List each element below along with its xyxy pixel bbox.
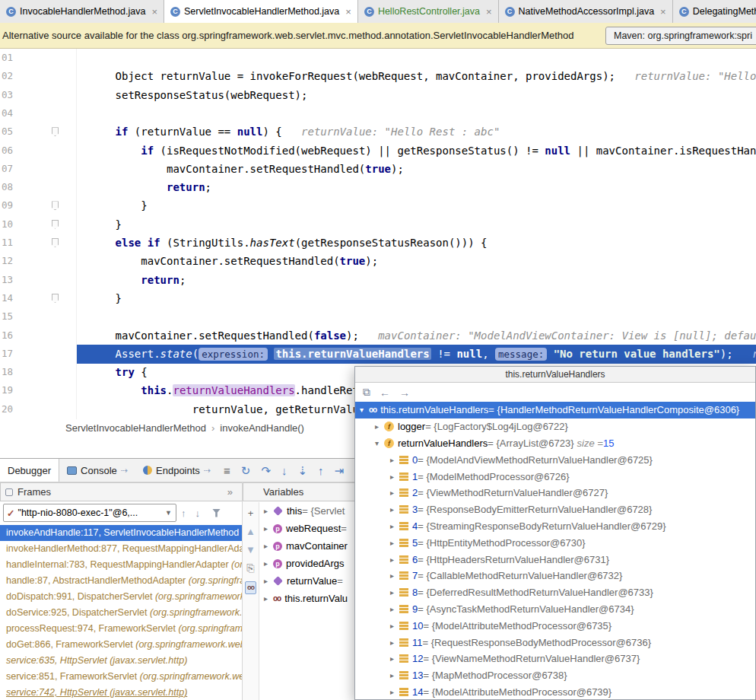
stack-frame-row[interactable]: handleInternal:783, RequestMappingHandle… (0, 557, 243, 573)
chevron-right-icon[interactable]: ▸ (264, 594, 273, 603)
editor-tab[interactable]: CServletInvocableHandlerMethod.java× (164, 0, 358, 23)
chevron-right-icon[interactable]: ▸ (390, 522, 399, 530)
previous-frame-icon[interactable]: ↑ (181, 508, 186, 519)
code-text[interactable]: else if (StringUtils.hasText(getResponse… (77, 234, 756, 253)
add-watch-icon[interactable]: + (248, 508, 254, 518)
chevron-right-icon[interactable]: ▸ (390, 539, 399, 547)
chevron-right-icon[interactable]: ▸ (264, 577, 273, 585)
code-text[interactable]: } (77, 196, 756, 215)
chevron-right-icon[interactable]: ▸ (390, 571, 399, 580)
popup-tree-row[interactable]: ▸14 = {ModelAttributeMethodProcessor@673… (355, 684, 755, 699)
chevron-right-icon[interactable]: ▸ (264, 524, 273, 533)
popup-tree-row[interactable]: ▸12 = {ViewNameMethodReturnValueHandler@… (355, 651, 755, 667)
code-text[interactable]: mavContainer.setRequestHandled(true); (77, 252, 756, 271)
popup-tree-row[interactable]: ▸2 = {ViewMethodReturnValueHandler@6727} (355, 485, 755, 501)
step-out-icon[interactable]: ↑ (318, 465, 324, 476)
stack-frame-row[interactable]: doService:925, DispatcherServlet (org.sp… (0, 605, 243, 621)
code-text[interactable]: return; (77, 178, 756, 197)
chevron-right-icon[interactable]: ▸ (390, 456, 399, 464)
chevron-down-icon[interactable]: ▾ (360, 406, 369, 414)
code-text[interactable]: Object returnValue = invokeForRequest(we… (77, 67, 756, 86)
show-watches-icon[interactable]: oo (245, 581, 256, 594)
move-watch-up-icon[interactable]: ▲ (246, 527, 256, 536)
chevron-right-icon[interactable]: ▸ (264, 559, 273, 568)
next-frame-icon[interactable]: ↓ (195, 508, 201, 519)
editor-tab[interactable]: CDelegatingMethodAccessorImpl.java× (673, 0, 756, 23)
chevron-right-icon[interactable]: ▸ (390, 654, 399, 663)
breadcrumb-method[interactable]: invokeAndHandle() (220, 422, 304, 434)
tab-close-icon[interactable]: × (486, 6, 492, 18)
tab-close-icon[interactable]: × (151, 6, 157, 18)
popup-tree-row[interactable]: ▸5 = {HttpEntityMethodProcessor@6730} (355, 534, 755, 551)
chevron-right-icon[interactable]: ▸ (264, 507, 273, 515)
popup-tree-row[interactable]: ▸13 = {MapMethodProcessor@6738} (355, 667, 755, 684)
chevron-right-icon[interactable]: ▸ (390, 505, 399, 514)
chevron-right-icon[interactable]: ▸ (390, 638, 399, 647)
code-text[interactable] (77, 307, 756, 326)
chevron-right-icon[interactable]: ▸ (390, 622, 399, 630)
code-text[interactable]: if (isRequestNotModified(webRequest) || … (77, 142, 756, 161)
chevron-right-icon[interactable]: ▸ (390, 473, 399, 481)
rerun-icon[interactable]: ↻ (241, 465, 251, 476)
popup-tree-row[interactable]: ▸8 = {DeferredResultMethodReturnValueHan… (355, 584, 755, 601)
popup-tree-row[interactable]: ▸3 = {ResponseBodyEmitterReturnValueHand… (355, 501, 755, 518)
chevron-right-icon[interactable]: ▸ (390, 488, 399, 497)
move-watch-down-icon[interactable]: ▼ (246, 545, 256, 555)
copy-watch-icon[interactable]: ⎘ (246, 563, 254, 573)
debug-tab-endpoints[interactable]: Endpoints⇢ (135, 459, 218, 482)
bookmark-icon[interactable] (52, 220, 59, 229)
stack-frame-row[interactable]: service:635, HttpServlet (javax.servlet.… (0, 653, 243, 669)
stack-frame-row[interactable]: service:742, HttpServlet (javax.servlet.… (0, 685, 243, 700)
code-text[interactable] (77, 49, 756, 68)
debug-tab-console[interactable]: Console⇢ (59, 459, 135, 482)
layout-settings-icon[interactable]: ≡ (224, 465, 230, 476)
stack-frame-row[interactable]: service:851, FrameworkServlet (org.sprin… (0, 669, 243, 685)
popup-tree-row[interactable]: ▾oothis.returnValueHandlers = {HandlerMe… (355, 402, 755, 418)
code-text[interactable]: if (returnValue == null) { returnValue: … (77, 123, 756, 142)
popup-tree-row[interactable]: ▾freturnValueHandlers = {ArrayList@6723}… (355, 435, 755, 452)
code-text[interactable]: } (77, 215, 756, 234)
code-text[interactable]: return; (77, 271, 756, 290)
code-text[interactable]: mavContainer.setRequestHandled(true); (77, 160, 756, 179)
run-to-cursor-icon[interactable]: ⇥ (335, 465, 345, 476)
bookmark-icon[interactable] (52, 238, 59, 247)
chevron-right-icon[interactable]: ▸ (390, 588, 399, 597)
popup-tree-row[interactable]: ▸4 = {StreamingResponseBodyReturnValueHa… (355, 518, 755, 535)
code-text[interactable]: Assert.state(expression: this.returnValu… (77, 345, 756, 364)
tab-close-icon[interactable]: × (660, 6, 666, 18)
chevron-right-icon[interactable]: ▸ (390, 555, 399, 564)
popup-tree-row[interactable]: ▸9 = {AsyncTaskMethodReturnValueHandler@… (355, 601, 755, 618)
stack-frame-row[interactable]: handle:87, AbstractHandlerMethodAdapter … (0, 573, 243, 589)
chevron-down-icon[interactable]: ▾ (375, 439, 384, 447)
popup-tree-row[interactable]: ▸0 = {ModelAndViewMethodReturnValueHandl… (355, 451, 755, 468)
stack-frame-row[interactable]: invokeHandlerMethod:877, RequestMappingH… (0, 541, 243, 557)
editor-tab[interactable]: CNativeMethodAccessorImpl.java× (499, 0, 673, 23)
chevron-right-icon[interactable]: ▸ (390, 688, 399, 696)
code-text[interactable] (77, 104, 756, 123)
step-over-icon[interactable]: ↷ (261, 465, 271, 476)
bookmark-icon[interactable] (52, 201, 59, 210)
popup-tree-row[interactable]: ▸10 = {ModelAttributeMethodProcessor@673… (355, 617, 755, 634)
code-text[interactable]: mavContainer.setRequestHandled(false); m… (77, 326, 756, 345)
debug-tab-debugger[interactable]: Debugger (0, 459, 59, 482)
step-into-icon[interactable]: ↓ (281, 465, 287, 476)
bookmark-icon[interactable] (52, 294, 59, 303)
chevron-right-icon[interactable]: ▸ (390, 605, 399, 613)
popup-tree-row[interactable]: ▸flogger = {LogFactory$Log4jLog@6722} (355, 418, 755, 435)
breadcrumb-class[interactable]: ServletInvocableHandlerMethod (65, 422, 206, 434)
code-text[interactable]: } (77, 289, 756, 308)
chevron-right-icon[interactable]: ▸ (375, 422, 384, 431)
frames-more-icon[interactable]: » (227, 486, 233, 498)
tab-close-icon[interactable]: × (345, 6, 351, 18)
filter-frames-icon[interactable] (212, 509, 221, 517)
stack-frame-row[interactable]: doDispatch:991, DispatcherServlet (org.s… (0, 589, 243, 605)
stack-frame-row[interactable]: doGet:866, FrameworkServlet (org.springf… (0, 637, 243, 653)
popup-tree-row[interactable]: ▸11 = {RequestResponseBodyMethodProcesso… (355, 634, 755, 651)
popup-tree-row[interactable]: ▸1 = {ModelMethodProcessor@6726} (355, 468, 755, 485)
stack-frame-row[interactable]: invokeAndHandle:117, ServletInvocableHan… (0, 525, 243, 541)
editor-tab[interactable]: CHelloRestController.java× (358, 0, 499, 23)
thread-dropdown[interactable]: ✓ "http-nio-8080-exec-1"@6,... ▼ (3, 504, 176, 522)
chevron-right-icon[interactable]: ▸ (264, 542, 273, 550)
duplicate-node-icon[interactable]: ⧉ (363, 386, 370, 399)
history-forward-icon[interactable]: → (399, 387, 410, 399)
